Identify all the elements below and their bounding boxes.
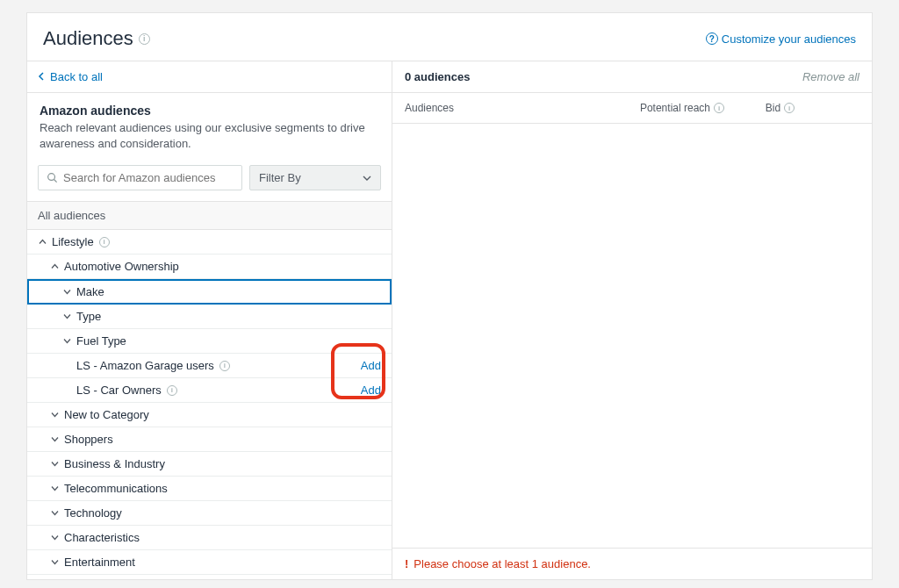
tree-node-automotive-ownership[interactable]: Automotive Ownership [27,255,392,279]
tree-node-subscriptions[interactable]: Subscriptions [27,575,392,579]
audiences-tree[interactable]: Lifestyle Automotive Ownership Make [27,230,392,579]
col-header-bid: Bid [766,102,859,114]
tree-node-entertainment[interactable]: Entertainment [27,550,392,575]
chevron-left-icon [38,70,45,83]
tree-node-lifestyle[interactable]: Lifestyle [27,230,392,255]
amazon-audiences-heading: Amazon audiences [40,104,379,118]
svg-line-1 [54,180,56,183]
col-header-audiences: Audiences [405,102,640,114]
tree-node-make[interactable]: Make [27,279,392,305]
add-button[interactable]: Add [361,359,381,372]
add-button[interactable]: Add [361,384,381,397]
caret-down-icon [50,435,59,444]
remove-all-link[interactable]: Remove all [802,70,859,83]
tree-node-telecommunications[interactable]: Telecommunications [27,477,392,501]
caret-down-icon [62,312,71,321]
info-icon[interactable] [99,237,110,247]
tree-node-shoppers[interactable]: Shoppers [27,427,392,452]
back-link-text: Back to all [50,70,103,83]
customize-link-text: Customize your audiences [722,32,856,46]
caret-up-icon [38,238,47,247]
chevron-down-icon [363,171,371,184]
page-title-text: Audiences [43,27,133,50]
tree-node-type[interactable]: Type [27,305,392,329]
search-input[interactable] [63,171,234,184]
col-header-potential-reach: Potential reach [640,102,766,114]
error-message: ! Please choose at least 1 audience. [392,548,872,579]
caret-down-icon [50,558,59,567]
caret-down-icon [62,337,71,346]
page-title: Audiences [43,27,150,50]
caret-down-icon [50,509,59,518]
amazon-audiences-description: Reach relevant audiences using our exclu… [40,120,379,151]
caret-down-icon [50,534,59,542]
filter-label: Filter By [259,171,301,184]
tree-leaf-garage-users[interactable]: LS - Amazon Garage users Add [27,354,392,378]
info-icon[interactable] [167,385,177,396]
info-icon[interactable] [714,103,724,113]
caret-down-icon [50,484,59,493]
info-icon[interactable] [784,103,795,113]
audience-count-label: 0 audiences [405,70,470,83]
tree-node-new-to-category[interactable]: New to Category [27,403,392,427]
all-audiences-header: All audiences [27,201,392,230]
tree-node-business-industry[interactable]: Business & Industry [27,452,392,477]
tree-leaf-car-owners[interactable]: LS - Car Owners Add [27,378,392,403]
info-icon[interactable] [139,33,150,45]
caret-down-icon [62,288,71,297]
error-icon: ! [405,557,408,570]
info-icon[interactable] [219,361,230,371]
search-input-wrap[interactable] [38,165,242,190]
caret-down-icon [50,411,59,419]
caret-up-icon [50,262,59,271]
customize-audiences-link[interactable]: Customize your audiences [706,32,856,46]
tree-node-characteristics[interactable]: Characteristics [27,526,392,550]
filter-by-dropdown[interactable]: Filter By [249,165,381,190]
search-icon [46,172,58,184]
svg-point-0 [47,174,54,181]
tree-node-technology[interactable]: Technology [27,501,392,526]
tree-node-fuel-type[interactable]: Fuel Type [27,329,392,354]
back-to-all-link[interactable]: Back to all [38,70,103,83]
help-icon [706,32,718,45]
caret-down-icon [50,460,59,469]
